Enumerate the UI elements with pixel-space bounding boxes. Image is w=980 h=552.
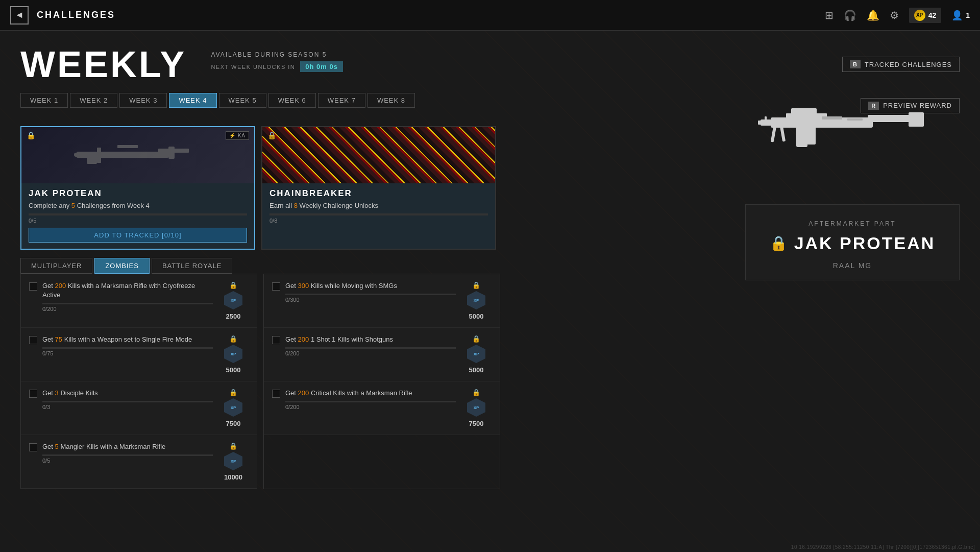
topbar: ◄ CHALLENGES ⊞ 🎧 🔔 ⚙ XP 42 👤 1 bbox=[0, 0, 980, 31]
challenge-column-left: Get 200 Kills with a Marksman Rifle with… bbox=[20, 274, 257, 489]
week-tab-8[interactable]: WEEK 8 bbox=[368, 93, 415, 108]
challenge-item-4: Get 5 Mangler Kills with a Marksman Rifl… bbox=[21, 435, 257, 489]
challenge-item-3: Get 3 Disciple Kills 0/3 🔒 XP 7500 bbox=[21, 381, 257, 435]
challenge-title-r2: Get 200 1 Shot 1 Kills with Shotguns bbox=[285, 335, 456, 344]
tab-zombies[interactable]: ZOMBIES bbox=[94, 258, 150, 274]
aftermarket-label: AFTERMARKET PART bbox=[756, 220, 949, 227]
grid-icon[interactable]: ⊞ bbox=[825, 9, 834, 21]
week-tabs: WEEK 1 WEEK 2 WEEK 3 WEEK 4 WEEK 5 WEEK … bbox=[20, 93, 415, 108]
xp-amount-3: 7500 bbox=[226, 420, 241, 427]
challenge-content-r3: Get 200 Critical Kills with a Marksman R… bbox=[285, 389, 456, 410]
jak-protean-lock-icon: 🔒 bbox=[27, 131, 35, 139]
main-content: WEEKLY AVAILABLE DURING SEASON 5 NEXT WE… bbox=[0, 31, 980, 505]
aftermarket-panel: AFTERMARKET PART 🔒 JAK PROTEAN RAAL MG bbox=[745, 204, 960, 280]
headphones-icon[interactable]: 🎧 bbox=[844, 9, 856, 21]
challenge-title-r3: Get 200 Critical Kills with a Marksman R… bbox=[285, 389, 456, 398]
svg-rect-13 bbox=[796, 127, 807, 147]
challenge-progress-bar-r3 bbox=[285, 401, 456, 402]
challenge-right-3: 🔒 XP 7500 bbox=[218, 389, 249, 427]
chainbreaker-highlight: 8 bbox=[294, 202, 298, 209]
svg-rect-17 bbox=[780, 126, 786, 142]
jak-protean-title: JAK PROTEAN bbox=[29, 188, 247, 199]
svg-rect-7 bbox=[74, 153, 80, 157]
status-bar: 10.16.19299228 [58:255:11250:11:A] Thr [… bbox=[791, 544, 975, 550]
reward-card-jak-protean[interactable]: 🔒 ⚡ KA bbox=[20, 126, 255, 250]
next-week-label: NEXT WEEK UNLOCKS IN bbox=[211, 64, 295, 70]
large-gun-svg bbox=[755, 71, 949, 174]
challenge-item-r1: Get 300 Kills while Moving with SMGs 0/3… bbox=[264, 274, 500, 328]
week-tab-1[interactable]: WEEK 1 bbox=[20, 93, 68, 108]
challenge-checkbox-r1[interactable] bbox=[272, 282, 280, 291]
xp-icon: XP bbox=[914, 10, 925, 21]
challenge-lock-2: 🔒 bbox=[229, 335, 237, 343]
challenge-progress-text-2: 0/75 bbox=[42, 350, 213, 356]
week-tab-3[interactable]: WEEK 3 bbox=[119, 93, 167, 108]
challenge-checkbox-2[interactable] bbox=[29, 336, 37, 344]
xp-amount-1: 2500 bbox=[226, 313, 241, 320]
jak-protean-desc-before: Complete any bbox=[29, 202, 71, 209]
jak-protean-image: 🔒 ⚡ KA bbox=[21, 127, 254, 183]
chainbreaker-body: CHAINBREAKER Earn all 8 Weekly Challenge… bbox=[262, 183, 495, 230]
svg-rect-21 bbox=[847, 118, 863, 121]
challenge-content-1: Get 200 Kills with a Marksman Rifle with… bbox=[42, 281, 213, 312]
jak-protean-body: JAK PROTEAN Complete any 5 Challenges fr… bbox=[21, 183, 254, 249]
jak-protean-type-tag: ⚡ KA bbox=[226, 131, 249, 140]
xp-amount-r1: 5000 bbox=[469, 313, 484, 320]
challenge-right-r1: 🔒 XP 5000 bbox=[461, 281, 492, 320]
svg-rect-15 bbox=[791, 108, 817, 115]
challenge-right-1: 🔒 XP 2500 bbox=[218, 281, 249, 320]
challenge-checkbox-r3[interactable] bbox=[272, 390, 280, 398]
chainbreaker-image: 🔒 bbox=[262, 127, 495, 183]
challenge-lock-r2: 🔒 bbox=[472, 335, 480, 343]
challenge-lock-3: 🔒 bbox=[229, 389, 237, 396]
challenge-progress-text-r2: 0/200 bbox=[285, 350, 456, 356]
gear-icon[interactable]: ⚙ bbox=[890, 9, 899, 21]
challenge-right-r2: 🔒 XP 5000 bbox=[461, 335, 492, 374]
svg-rect-3 bbox=[87, 157, 97, 164]
week-tab-5[interactable]: WEEK 5 bbox=[219, 93, 266, 108]
challenge-lock-r3: 🔒 bbox=[472, 389, 480, 396]
bell-icon[interactable]: 🔔 bbox=[867, 9, 879, 21]
jak-protean-highlight: 5 bbox=[71, 202, 75, 209]
week-tab-6[interactable]: WEEK 6 bbox=[268, 93, 316, 108]
aftermarket-weapon: RAAL MG bbox=[756, 261, 949, 270]
xp-badge: XP 42 bbox=[909, 8, 942, 23]
page-title: CHALLENGES bbox=[37, 10, 115, 20]
challenge-lock-4: 🔒 bbox=[229, 442, 237, 450]
reward-card-chainbreaker[interactable]: 🔒 CHAINBREAKER Earn all 8 Weekly Challen… bbox=[261, 126, 496, 250]
add-to-tracked-button[interactable]: ADD TO TRACKED [0/10] bbox=[29, 228, 247, 243]
xp-hex-r2: XP bbox=[467, 345, 485, 363]
challenge-content-4: Get 5 Mangler Kills with a Marksman Rifl… bbox=[42, 442, 213, 464]
week-tab-7[interactable]: WEEK 7 bbox=[318, 93, 365, 108]
challenge-progress-bar-3 bbox=[42, 401, 213, 402]
challenge-title-3: Get 3 Disciple Kills bbox=[42, 389, 213, 398]
challenge-checkbox-4[interactable] bbox=[29, 443, 37, 451]
countdown-badge: 0h 0m 0s bbox=[300, 61, 343, 72]
week-tab-2[interactable]: WEEK 2 bbox=[70, 93, 117, 108]
chainbreaker-lock-icon: 🔒 bbox=[267, 131, 276, 139]
tab-multiplayer[interactable]: MULTIPLAYER bbox=[20, 258, 92, 274]
chainbreaker-desc-after: Weekly Challenge Unlocks bbox=[298, 202, 378, 209]
challenge-column-right: Get 300 Kills while Moving with SMGs 0/3… bbox=[263, 274, 500, 489]
challenge-grid: Get 200 Kills with a Marksman Rifle with… bbox=[20, 274, 500, 489]
tab-battle-royale[interactable]: BATTLE ROYALE bbox=[152, 258, 233, 274]
challenge-checkbox-r2[interactable] bbox=[272, 336, 280, 344]
weekly-title: WEEKLY bbox=[20, 46, 186, 83]
available-text: AVAILABLE DURING SEASON 5 bbox=[211, 51, 343, 58]
back-button[interactable]: ◄ bbox=[10, 6, 29, 25]
svg-rect-16 bbox=[771, 127, 776, 142]
challenge-progress-text-1: 0/200 bbox=[42, 306, 213, 312]
challenge-progress-bar-r2 bbox=[285, 347, 456, 349]
challenge-checkbox-1[interactable] bbox=[29, 282, 37, 291]
svg-rect-4 bbox=[168, 147, 175, 159]
challenge-checkbox-3[interactable] bbox=[29, 390, 37, 398]
countdown-row: NEXT WEEK UNLOCKS IN 0h 0m 0s bbox=[211, 61, 343, 72]
week-tab-4[interactable]: WEEK 4 bbox=[169, 93, 216, 108]
jak-protean-progress-text: 0/5 bbox=[29, 218, 247, 224]
player-icon: 👤 bbox=[951, 10, 963, 21]
chainbreaker-progress-bar bbox=[270, 213, 488, 215]
challenge-progress-text-r1: 0/300 bbox=[285, 297, 456, 303]
lock-icon-title: 🔒 bbox=[770, 235, 789, 252]
challenge-lock-1: 🔒 bbox=[229, 281, 237, 289]
challenge-content-2: Get 75 Kills with a Weapon set to Single… bbox=[42, 335, 213, 356]
